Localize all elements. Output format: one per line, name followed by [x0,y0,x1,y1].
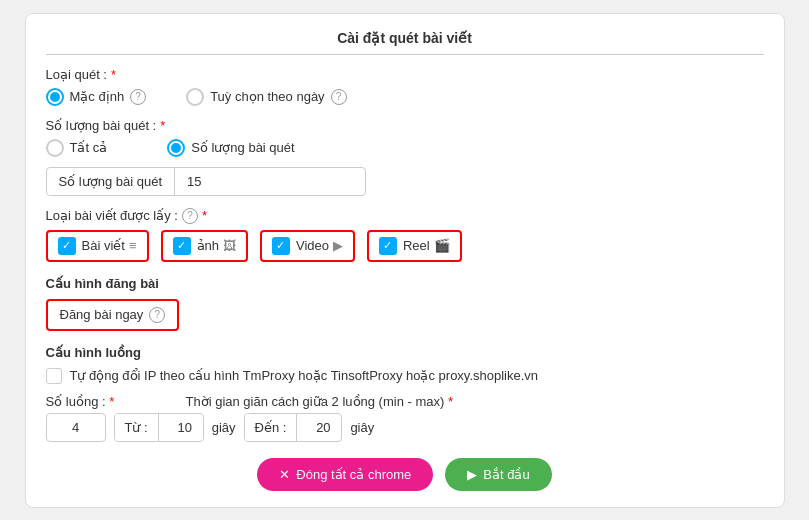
dang-bai-ngay-help-icon[interactable]: ? [149,307,165,323]
video-icon: ▶ [333,238,343,253]
loai-quet-label: Loại quét : * [46,67,764,82]
radio-so-luong-label: Số lượng bài quét [191,140,295,155]
radio-mac-dinh-circle [46,88,64,106]
den-giay-unit: giây [350,420,374,435]
radio-tat-ca[interactable]: Tất cả [46,139,108,157]
radio-mac-dinh-label: Mặc định [70,89,125,104]
tu-value[interactable]: 10 [167,414,203,441]
den-range-group: Đến : 20 [244,413,343,442]
dong-tat-ca-chrome-button[interactable]: ✕ Đóng tất cả chrome [257,458,433,491]
so-luong-quet-label: Số lượng bài quét : * [46,118,764,133]
tu-label: Từ : [115,414,159,441]
checkbox-video[interactable]: ✓ Video ▶ [260,230,355,262]
tu-giay-unit: giây [212,420,236,435]
checkbox-bai-viet-label: Bài viết ≡ [82,238,137,253]
anh-icon: 🖼 [223,238,236,253]
bat-dau-button-label: Bắt đầu [483,467,529,482]
radio-so-luong[interactable]: Số lượng bài quét [167,139,295,157]
so-luong-input-row: Số lượng bài quét 15 [46,167,366,196]
dang-bai-ngay-box[interactable]: Đăng bài ngay ? [46,299,180,331]
cau-hinh-dang-bai-title: Cấu hình đăng bài [46,276,764,291]
so-luong-input-value[interactable]: 15 [175,168,213,195]
reel-icon: 🎬 [434,238,450,253]
dong-x-icon: ✕ [279,467,290,482]
radio-tuy-chon-label: Tuỳ chọn theo ngày [210,89,324,104]
checkbox-video-label: Video ▶ [296,238,343,253]
checkbox-anh[interactable]: ✓ ảnh 🖼 [161,230,248,262]
checkbox-reel-box: ✓ [379,237,397,255]
so-luong-col-label: Số luồng : * [46,394,186,409]
checkbox-bai-viet[interactable]: ✓ Bài viết ≡ [46,230,149,262]
radio-tuy-chon-circle [186,88,204,106]
tu-dong-row: Tự động đổi IP theo cấu hình TmProxy hoặ… [46,368,764,384]
inputs-row: 4 Từ : 10 giây Đến : 20 giây [46,413,764,442]
section-title: Cài đặt quét bài viết [46,30,764,55]
bat-dau-button[interactable]: ▶ Bắt đầu [445,458,551,491]
checkbox-anh-box: ✓ [173,237,191,255]
play-icon: ▶ [467,467,477,482]
den-value[interactable]: 20 [305,414,341,441]
loai-quet-group: Mặc định ? Tuỳ chọn theo ngày ? [46,88,764,106]
mac-dinh-help-icon[interactable]: ? [130,89,146,105]
radio-tat-ca-label: Tất cả [70,140,108,155]
so-luong-value-box[interactable]: 4 [46,413,106,442]
tu-dong-checkbox[interactable] [46,368,62,384]
radio-tuy-chon[interactable]: Tuỳ chọn theo ngày ? [186,88,346,106]
so-luong-input-label: Số lượng bài quét [47,168,176,195]
dang-bai-ngay-label: Đăng bài ngay [60,307,144,322]
radio-mac-dinh[interactable]: Mặc định ? [46,88,147,106]
cau-hinh-luong-title: Cấu hình luồng [46,345,764,360]
dong-button-label: Đóng tất cả chrome [296,467,411,482]
checkbox-bai-viet-box: ✓ [58,237,76,255]
bai-viet-icon: ≡ [129,238,137,253]
radio-tat-ca-circle [46,139,64,157]
tu-dong-label: Tự động đổi IP theo cấu hình TmProxy hoặ… [70,368,539,383]
loai-bai-viet-row: ✓ Bài viết ≡ ✓ ảnh 🖼 ✓ Video ▶ ✓ Reel [46,230,764,262]
thoi-gian-col-label: Thời gian giãn cách giữa 2 luồng (min - … [186,394,764,409]
radio-so-luong-circle [167,139,185,157]
den-label: Đến : [245,414,298,441]
loai-bai-viet-help-icon[interactable]: ? [182,208,198,224]
checkbox-reel-label: Reel 🎬 [403,238,450,253]
tu-range-group: Từ : 10 [114,413,204,442]
checkbox-reel[interactable]: ✓ Reel 🎬 [367,230,462,262]
tuy-chon-help-icon[interactable]: ? [331,89,347,105]
loai-bai-viet-label: Loại bài viết được lấy : ? * [46,208,764,224]
buttons-row: ✕ Đóng tất cả chrome ▶ Bắt đầu [46,458,764,491]
checkbox-anh-label: ảnh 🖼 [197,238,236,253]
checkbox-video-box: ✓ [272,237,290,255]
main-card: Cài đặt quét bài viết Loại quét : * Mặc … [25,13,785,508]
so-luong-options-row: Tất cả Số lượng bài quét [46,139,764,157]
